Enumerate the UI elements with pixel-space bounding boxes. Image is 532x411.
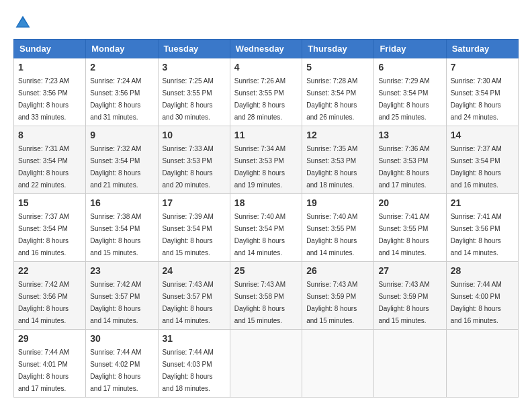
day-info: Sunrise: 7:36 AMSunset: 3:53 PMDaylight:… [378, 145, 429, 189]
day-info: Sunrise: 7:44 AMSunset: 4:02 PMDaylight:… [90, 349, 141, 392]
day-info: Sunrise: 7:41 AMSunset: 3:56 PMDaylight:… [451, 213, 502, 257]
day-number: 3 [163, 62, 226, 73]
calendar-cell: 1 Sunrise: 7:23 AMSunset: 3:56 PMDayligh… [14, 58, 86, 126]
day-info: Sunrise: 7:44 AMSunset: 4:00 PMDaylight:… [451, 281, 502, 324]
calendar-cell [446, 330, 518, 398]
day-number: 13 [378, 130, 441, 140]
day-number: 5 [306, 62, 369, 73]
day-info: Sunrise: 7:33 AMSunset: 3:53 PMDaylight:… [163, 145, 214, 189]
day-info: Sunrise: 7:43 AMSunset: 3:57 PMDaylight:… [163, 281, 214, 324]
day-info: Sunrise: 7:32 AMSunset: 3:54 PMDaylight:… [90, 145, 141, 189]
calendar-cell [230, 330, 302, 398]
day-info: Sunrise: 7:39 AMSunset: 3:54 PMDaylight:… [163, 213, 214, 257]
calendar-week-1: 1 Sunrise: 7:23 AMSunset: 3:56 PMDayligh… [14, 58, 519, 126]
day-number: 27 [378, 265, 441, 276]
day-info: Sunrise: 7:25 AMSunset: 3:55 PMDaylight:… [163, 77, 214, 121]
day-number: 20 [378, 197, 441, 208]
calendar-cell: 16 Sunrise: 7:38 AMSunset: 3:54 PMDaylig… [86, 194, 158, 262]
day-header-saturday: Saturday [446, 40, 518, 58]
day-number: 2 [90, 62, 153, 73]
day-info: Sunrise: 7:37 AMSunset: 3:54 PMDaylight:… [451, 145, 502, 189]
calendar-cell: 2 Sunrise: 7:24 AMSunset: 3:56 PMDayligh… [86, 58, 158, 126]
calendar-cell: 19 Sunrise: 7:40 AMSunset: 3:55 PMDaylig… [302, 194, 374, 262]
day-header-friday: Friday [374, 40, 446, 58]
calendar-cell: 31 Sunrise: 7:44 AMSunset: 4:03 PMDaylig… [158, 330, 230, 398]
day-number: 25 [234, 265, 298, 276]
day-number: 23 [90, 265, 153, 276]
calendar-cell: 13 Sunrise: 7:36 AMSunset: 3:53 PMDaylig… [374, 126, 446, 194]
day-info: Sunrise: 7:37 AMSunset: 3:54 PMDaylight:… [18, 213, 69, 257]
day-header-sunday: Sunday [14, 40, 86, 58]
day-info: Sunrise: 7:44 AMSunset: 4:01 PMDaylight:… [18, 349, 69, 392]
calendar-cell [302, 330, 374, 398]
calendar-cell: 30 Sunrise: 7:44 AMSunset: 4:02 PMDaylig… [86, 330, 158, 398]
calendar-cell: 8 Sunrise: 7:31 AMSunset: 3:54 PMDayligh… [14, 126, 86, 194]
day-number: 15 [18, 197, 81, 208]
calendar-week-3: 15 Sunrise: 7:37 AMSunset: 3:54 PMDaylig… [14, 194, 519, 262]
calendar-cell: 18 Sunrise: 7:40 AMSunset: 3:54 PMDaylig… [230, 194, 302, 262]
calendar-cell: 10 Sunrise: 7:33 AMSunset: 3:53 PMDaylig… [158, 126, 230, 194]
day-number: 29 [18, 333, 81, 344]
calendar-cell: 29 Sunrise: 7:44 AMSunset: 4:01 PMDaylig… [14, 330, 86, 398]
day-info: Sunrise: 7:28 AMSunset: 3:54 PMDaylight:… [306, 77, 357, 121]
calendar-cell: 24 Sunrise: 7:43 AMSunset: 3:57 PMDaylig… [158, 262, 230, 330]
day-info: Sunrise: 7:43 AMSunset: 3:59 PMDaylight:… [306, 281, 357, 324]
day-info: Sunrise: 7:35 AMSunset: 3:53 PMDaylight:… [306, 145, 357, 189]
day-info: Sunrise: 7:42 AMSunset: 3:57 PMDaylight:… [90, 281, 141, 324]
day-number: 28 [451, 265, 514, 276]
page-header [13, 13, 519, 32]
day-header-thursday: Thursday [302, 40, 374, 58]
day-number: 16 [90, 197, 153, 208]
day-info: Sunrise: 7:31 AMSunset: 3:54 PMDaylight:… [18, 145, 69, 189]
calendar-cell: 7 Sunrise: 7:30 AMSunset: 3:54 PMDayligh… [446, 58, 518, 126]
day-info: Sunrise: 7:38 AMSunset: 3:54 PMDaylight:… [90, 213, 141, 257]
day-header-monday: Monday [86, 40, 158, 58]
day-number: 10 [163, 130, 226, 140]
calendar-cell: 3 Sunrise: 7:25 AMSunset: 3:55 PMDayligh… [158, 58, 230, 126]
calendar-cell: 22 Sunrise: 7:42 AMSunset: 3:56 PMDaylig… [14, 262, 86, 330]
day-number: 26 [306, 265, 369, 276]
day-info: Sunrise: 7:24 AMSunset: 3:56 PMDaylight:… [90, 77, 141, 121]
day-number: 17 [163, 197, 226, 208]
calendar-cell: 25 Sunrise: 7:43 AMSunset: 3:58 PMDaylig… [230, 262, 302, 330]
day-info: Sunrise: 7:40 AMSunset: 3:55 PMDaylight:… [306, 213, 357, 257]
day-number: 6 [378, 62, 441, 73]
calendar-cell: 27 Sunrise: 7:43 AMSunset: 3:59 PMDaylig… [374, 262, 446, 330]
day-header-tuesday: Tuesday [158, 40, 230, 58]
day-number: 4 [234, 62, 298, 73]
calendar-week-4: 22 Sunrise: 7:42 AMSunset: 3:56 PMDaylig… [14, 262, 519, 330]
calendar-cell: 12 Sunrise: 7:35 AMSunset: 3:53 PMDaylig… [302, 126, 374, 194]
day-info: Sunrise: 7:43 AMSunset: 3:59 PMDaylight:… [378, 281, 429, 324]
calendar-cell [374, 330, 446, 398]
day-number: 21 [451, 197, 514, 208]
day-number: 12 [306, 130, 369, 140]
calendar-table: SundayMondayTuesdayWednesdayThursdayFrid… [13, 39, 519, 398]
calendar-cell: 17 Sunrise: 7:39 AMSunset: 3:54 PMDaylig… [158, 194, 230, 262]
day-info: Sunrise: 7:29 AMSunset: 3:54 PMDaylight:… [378, 77, 429, 121]
calendar-cell: 14 Sunrise: 7:37 AMSunset: 3:54 PMDaylig… [446, 126, 518, 194]
day-number: 9 [90, 130, 153, 140]
day-info: Sunrise: 7:34 AMSunset: 3:53 PMDaylight:… [234, 145, 285, 189]
calendar-cell: 26 Sunrise: 7:43 AMSunset: 3:59 PMDaylig… [302, 262, 374, 330]
day-info: Sunrise: 7:43 AMSunset: 3:58 PMDaylight:… [234, 281, 285, 324]
logo [13, 13, 35, 32]
day-info: Sunrise: 7:30 AMSunset: 3:54 PMDaylight:… [451, 77, 502, 121]
calendar-cell: 11 Sunrise: 7:34 AMSunset: 3:53 PMDaylig… [230, 126, 302, 194]
day-info: Sunrise: 7:40 AMSunset: 3:54 PMDaylight:… [234, 213, 285, 257]
day-header-wednesday: Wednesday [230, 40, 302, 58]
day-info: Sunrise: 7:26 AMSunset: 3:55 PMDaylight:… [234, 77, 285, 121]
day-number: 19 [306, 197, 369, 208]
day-info: Sunrise: 7:42 AMSunset: 3:56 PMDaylight:… [18, 281, 69, 324]
calendar-cell: 15 Sunrise: 7:37 AMSunset: 3:54 PMDaylig… [14, 194, 86, 262]
day-number: 8 [18, 130, 81, 140]
calendar-cell: 9 Sunrise: 7:32 AMSunset: 3:54 PMDayligh… [86, 126, 158, 194]
day-number: 11 [234, 130, 298, 140]
calendar-cell: 6 Sunrise: 7:29 AMSunset: 3:54 PMDayligh… [374, 58, 446, 126]
day-number: 14 [451, 130, 514, 140]
calendar-cell: 20 Sunrise: 7:41 AMSunset: 3:55 PMDaylig… [374, 194, 446, 262]
day-info: Sunrise: 7:41 AMSunset: 3:55 PMDaylight:… [378, 213, 429, 257]
calendar-cell: 4 Sunrise: 7:26 AMSunset: 3:55 PMDayligh… [230, 58, 302, 126]
day-number: 18 [234, 197, 298, 208]
calendar-week-5: 29 Sunrise: 7:44 AMSunset: 4:01 PMDaylig… [14, 330, 519, 398]
calendar-week-2: 8 Sunrise: 7:31 AMSunset: 3:54 PMDayligh… [14, 126, 519, 194]
